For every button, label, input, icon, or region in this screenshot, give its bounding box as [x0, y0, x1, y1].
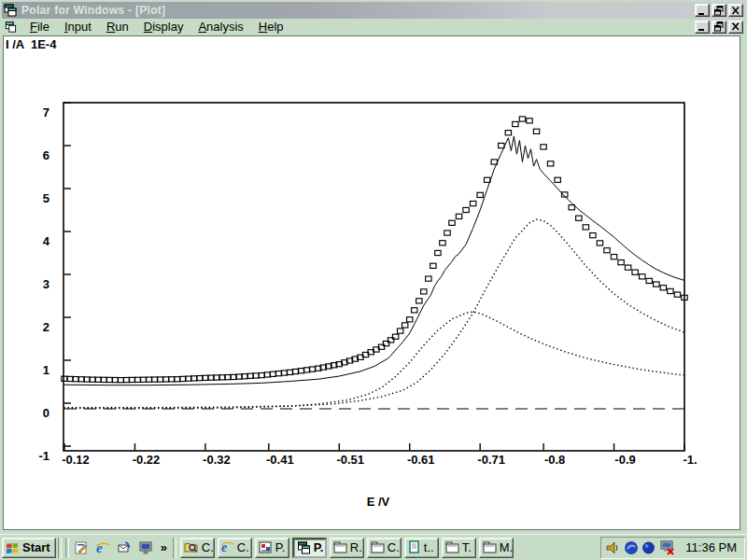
minimize-icon: [698, 13, 704, 15]
taskbar-separator: [173, 538, 176, 558]
notepad-icon: [408, 540, 421, 554]
task-label: C.: [202, 540, 214, 554]
close-icon: [731, 21, 740, 32]
network-error-icon[interactable]: [658, 540, 675, 555]
task-label: t..: [424, 540, 434, 554]
menu-display[interactable]: Display: [136, 19, 191, 35]
polar-app-icon: [4, 4, 18, 17]
task-buttons: C. e C. P. P. R. C.: [180, 538, 514, 558]
mdi-window-controls: [695, 21, 743, 34]
plot-client-area: [3, 35, 740, 530]
internet-explorer-icon: e: [221, 540, 234, 554]
taskbar-clock: 11:36 PM: [685, 540, 737, 554]
task-button-ie[interactable]: e C.: [218, 538, 252, 558]
x-axis-title: E /V: [336, 495, 420, 509]
window-controls: [695, 4, 743, 17]
task-label: M.: [500, 540, 513, 554]
task-button-t2[interactable]: T.: [442, 538, 476, 558]
title-bar[interactable]: Polar for Windows - [Plot]: [2, 2, 745, 19]
search-folder-icon: [184, 540, 199, 554]
program-icon: [259, 540, 273, 554]
close-button[interactable]: [728, 4, 743, 17]
task-button-r[interactable]: R.: [330, 538, 364, 558]
task-label: P.: [314, 540, 324, 554]
quick-launch: e »: [73, 539, 169, 556]
monitor-icon[interactable]: [137, 539, 154, 556]
minimize-button[interactable]: [695, 4, 710, 17]
task-label: C.: [388, 540, 400, 554]
menu-bar: File Input Run Display Analysis Help: [2, 19, 745, 35]
menu-run[interactable]: Run: [99, 19, 136, 35]
menu-input[interactable]: Input: [57, 19, 99, 35]
menu-help[interactable]: Help: [251, 19, 291, 35]
messenger-icon[interactable]: [624, 540, 639, 555]
restore-icon: [714, 21, 724, 32]
folder-icon: [445, 541, 459, 554]
menu-file[interactable]: File: [22, 19, 57, 35]
system-tray: 11:36 PM: [600, 537, 745, 559]
quick-launch-overflow[interactable]: »: [159, 540, 169, 554]
mdi-minimize-button[interactable]: [695, 21, 710, 34]
task-button-c[interactable]: C.: [367, 538, 402, 558]
minimize-icon: [698, 29, 704, 31]
folder-icon: [371, 541, 385, 554]
polar-plot-icon: [297, 541, 311, 554]
task-label: R.: [350, 540, 362, 554]
compose-document-icon[interactable]: [73, 539, 90, 556]
folder-icon: [483, 541, 497, 554]
task-label: C.: [237, 540, 249, 554]
taskbar-separator: [58, 538, 62, 558]
task-button-m[interactable]: M.: [479, 538, 514, 558]
mdi-close-button[interactable]: [728, 21, 743, 34]
y-axis-title: I /A 1E-4: [6, 37, 56, 51]
task-button-search[interactable]: C.: [180, 538, 215, 558]
mail-icon[interactable]: [116, 539, 133, 556]
folder-icon: [333, 541, 347, 554]
task-label: P.: [275, 540, 286, 554]
menu-analysis[interactable]: Analysis: [190, 19, 250, 35]
volume-icon[interactable]: [605, 540, 621, 555]
taskbar: Start e » C. e: [0, 534, 747, 560]
task-label: T.: [462, 540, 472, 554]
restore-icon: [714, 6, 724, 16]
start-label: Start: [22, 540, 50, 554]
close-icon: [731, 6, 740, 16]
restore-button[interactable]: [712, 4, 726, 17]
svg-text:e: e: [96, 540, 103, 555]
plot-document-icon[interactable]: [5, 21, 19, 34]
task-button-polar-active[interactable]: P.: [292, 538, 327, 558]
desktop: Polar for Windows - [Plot] File Input Ru…: [0, 0, 747, 560]
window-title: Polar for Windows - [Plot]: [21, 4, 165, 17]
mdi-restore-button[interactable]: [712, 21, 726, 34]
taskbar-grip[interactable]: [65, 538, 69, 558]
windows-logo-icon: [6, 541, 20, 554]
status-sphere-icon[interactable]: [641, 540, 655, 555]
internet-explorer-icon[interactable]: e: [94, 539, 111, 556]
task-button-program[interactable]: P.: [255, 538, 289, 558]
start-button[interactable]: Start: [2, 538, 56, 558]
task-button-t[interactable]: t..: [404, 538, 439, 558]
